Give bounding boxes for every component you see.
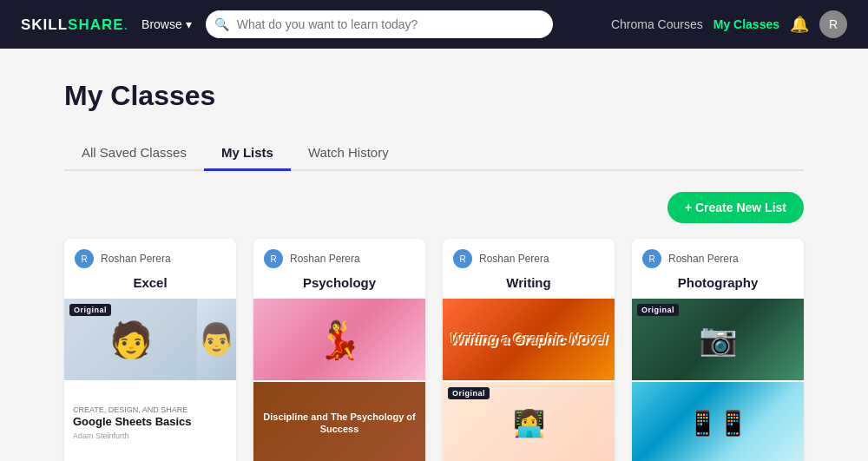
tab-my-lists[interactable]: My Lists [204,136,291,171]
avatar: R [642,249,661,268]
list-item: R Roshan Perera Psychology 💃 Discipline … [253,239,425,461]
search-icon: 🔍 [214,17,229,31]
list-item: R Roshan Perera Writing Writing a Graphi… [443,239,615,461]
card-thumb-top: Writing a Graphic Novel [443,299,615,380]
tab-watch-history[interactable]: Watch History [291,136,406,171]
card-user-excel: R Roshan Perera [64,239,236,275]
card-thumb-bottom: Original 👩‍💻 [443,382,615,461]
logo-skill: SKILL [21,17,68,32]
avatar: R [453,249,472,268]
avatar: R [75,249,94,268]
browse-button[interactable]: Browse ▾ [141,17,192,31]
card-title-psych: Psychology [253,275,425,299]
card-title-writing: Writing [443,275,615,299]
card-thumb-bottom: CREATE, DESIGN, AND SHARE Google Sheets … [64,382,236,461]
card-images-excel: Original 🧑 CREATE, DESIGN, AND SHARE Goo… [64,299,236,461]
tabs: All Saved Classes My Lists Watch History [64,136,804,171]
cards-grid: R Roshan Perera Excel Original 🧑 CREATE,… [64,239,804,461]
logo-share: SHARE [68,17,124,32]
avatar[interactable]: R [819,10,847,38]
card-title-excel: Excel [64,275,236,299]
card-user-photo: R Roshan Perera [632,239,804,275]
notification-bell-icon[interactable]: 🔔 [790,15,809,34]
card-title-photo: Photography [632,275,804,299]
logo[interactable]: SKILL SHARE . [21,17,128,32]
card-user-psych: R Roshan Perera [253,239,425,275]
navbar: SKILL SHARE . Browse ▾ 🔍 Chroma Courses … [0,0,868,49]
toolbar: + Create New List [64,192,804,223]
chevron-down-icon: ▾ [186,17,192,31]
search-input[interactable] [206,10,553,38]
card-thumb-bottom: 📱 [632,382,804,461]
avatar: R [264,249,283,268]
card-thumb-top: 💃 [253,299,425,380]
main-content: My Classes All Saved Classes My Lists Wa… [43,49,825,461]
search-bar: 🔍 [206,10,553,38]
original-badge: Original [448,387,490,399]
list-item: R Roshan Perera Photography Original 📷 📱… [632,239,804,461]
card-thumb-top: Original 🧑 [64,299,236,380]
logo-dot: . [124,18,128,32]
card-images-psych: 💃 Discipline and The Psychology of Succe… [253,299,425,461]
chroma-courses-link[interactable]: Chroma Courses [611,17,703,31]
card-images-photo: Original 📷 📱 [632,299,804,461]
my-classes-nav-link[interactable]: My Classes [713,17,779,31]
original-badge: Original [637,304,679,316]
tab-all-saved-classes[interactable]: All Saved Classes [64,136,204,171]
card-thumb-top: Original 📷 [632,299,804,380]
card-thumb-bottom: Discipline and The Psychology of Success [253,382,425,461]
page-title: My Classes [64,80,804,112]
card-user-writing: R Roshan Perera [443,239,615,275]
card-images-writing: Writing a Graphic Novel Original 👩‍💻 [443,299,615,461]
list-item: R Roshan Perera Excel Original 🧑 CREATE,… [64,239,236,461]
nav-right: Chroma Courses My Classes 🔔 R [611,10,847,38]
original-badge: Original [69,304,111,316]
create-new-list-button[interactable]: + Create New List [667,192,804,223]
